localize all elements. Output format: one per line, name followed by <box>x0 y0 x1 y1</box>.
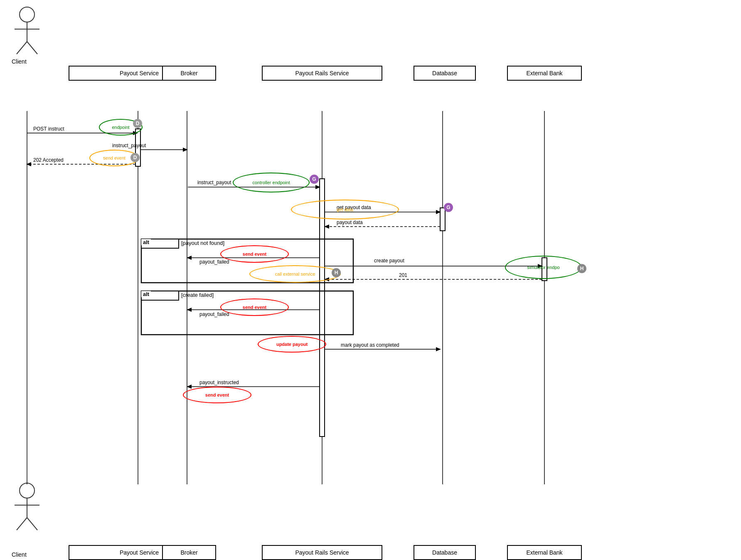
annotation-send-event-red3: send event <box>183 387 251 403</box>
alt1-condition: [payout not found] <box>181 240 224 246</box>
arrows-svg <box>0 0 741 560</box>
msg-instruct-payout-1: instruct_payout <box>112 143 146 148</box>
alt1-keyword: alt <box>141 239 151 245</box>
actor-label-client-bottom: Client <box>12 551 27 558</box>
svg-marker-47 <box>187 385 192 389</box>
footer-external-bank: External Bank <box>507 545 582 560</box>
svg-marker-25 <box>26 162 31 166</box>
svg-rect-18 <box>440 208 445 231</box>
alt2-keyword: alt <box>141 291 151 297</box>
badge-g1: G <box>310 175 319 184</box>
msg-payout-failed-2: payout_failed <box>199 311 229 317</box>
annotation-simulator-endpoint: simulator endpo <box>505 256 582 279</box>
footer-broker: Broker <box>162 545 216 560</box>
header-broker: Broker <box>162 66 216 81</box>
msg-payout-data: payout data <box>337 220 363 225</box>
annotation-call-external: call external service <box>249 265 341 283</box>
msg-create-payout: create payout <box>374 258 404 264</box>
annotation-send-event-red1: send event <box>220 245 289 263</box>
svg-marker-43 <box>187 308 192 312</box>
msg-payout-failed-1: payout_failed <box>199 259 229 265</box>
badge-g2: G <box>444 203 453 212</box>
header-payout-rails: Payout Rails Service <box>262 66 382 81</box>
msg-payout-instructed: payout_instructed <box>199 380 239 385</box>
svg-marker-29 <box>436 210 441 214</box>
footer-payout-rails: Payout Rails Service <box>262 545 382 560</box>
header-database: Database <box>414 66 476 81</box>
annotation-update-payout: update payout <box>258 336 326 353</box>
annotation-get-data: get data <box>291 200 399 220</box>
svg-marker-27 <box>315 185 320 189</box>
badge-d2: D <box>130 153 140 162</box>
header-external-bank: External Bank <box>507 66 582 81</box>
svg-marker-31 <box>324 224 329 229</box>
svg-line-4 <box>27 42 37 54</box>
svg-point-0 <box>20 7 34 22</box>
annotation-send-event-red2: send event <box>220 299 289 316</box>
actor-label-client-top: Client <box>12 58 27 65</box>
badge-h1: H <box>332 268 341 277</box>
svg-marker-45 <box>436 347 441 351</box>
svg-line-8 <box>17 518 27 530</box>
diagram-container: Client Payout Service Broker Payout Rail… <box>0 0 741 560</box>
svg-line-3 <box>17 42 27 54</box>
msg-mark-payout: mark payout as completed <box>341 342 399 348</box>
msg-201: 201 <box>399 272 407 278</box>
msg-202-accepted: 202 Accepted <box>33 157 64 163</box>
msg-post-instruct: POST instruct <box>33 126 64 132</box>
footer-database: Database <box>414 545 476 560</box>
alt2-condition: [create failed] <box>181 292 214 298</box>
svg-line-9 <box>27 518 37 530</box>
badge-h2: H <box>577 264 586 273</box>
badge-d1: D <box>133 119 142 128</box>
svg-marker-23 <box>183 148 188 152</box>
svg-point-5 <box>20 483 34 498</box>
annotation-controller-endpoint: controller endpoint <box>233 173 310 192</box>
msg-instruct-payout-2: instruct_payout <box>197 180 231 185</box>
svg-marker-35 <box>187 256 192 260</box>
